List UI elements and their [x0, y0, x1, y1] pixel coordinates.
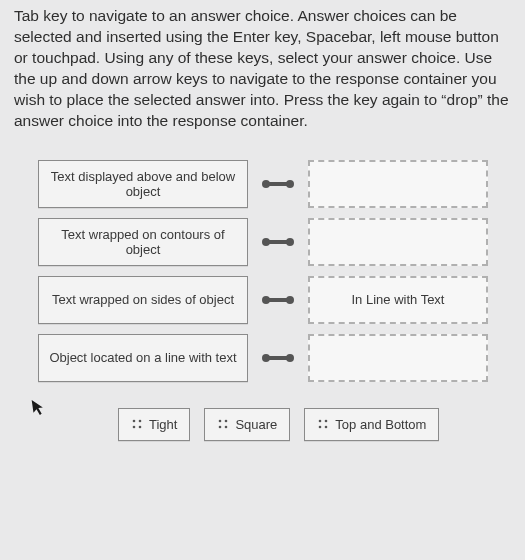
- answer-choice-label: Square: [235, 417, 277, 432]
- svg-point-2: [286, 180, 294, 188]
- match-row: Text wrapped on contours of object: [38, 218, 503, 266]
- svg-rect-10: [268, 356, 288, 360]
- match-row: Object located on a line with text: [38, 334, 503, 382]
- instructions-text: Tab key to navigate to an answer choice.…: [14, 6, 511, 132]
- prompt-label: Text wrapped on contours of object: [38, 218, 248, 266]
- answer-choice-label: Top and Bottom: [335, 417, 426, 432]
- svg-point-23: [325, 426, 328, 429]
- svg-rect-1: [268, 182, 288, 186]
- svg-point-17: [225, 420, 228, 423]
- svg-point-14: [133, 426, 136, 429]
- connector-icon: [260, 177, 296, 191]
- svg-point-22: [319, 426, 322, 429]
- answer-choice-label: Tight: [149, 417, 177, 432]
- grip-icon: [217, 418, 229, 430]
- svg-point-8: [286, 296, 294, 304]
- svg-point-13: [139, 420, 142, 423]
- connector-icon: [260, 235, 296, 249]
- drop-target[interactable]: In Line with Text: [308, 276, 488, 324]
- grip-icon: [317, 418, 329, 430]
- svg-point-16: [219, 420, 222, 423]
- svg-point-12: [133, 420, 136, 423]
- answer-choice[interactable]: Tight: [118, 408, 190, 441]
- svg-rect-4: [268, 240, 288, 244]
- svg-point-18: [219, 426, 222, 429]
- svg-point-11: [286, 354, 294, 362]
- answer-choice-bank: Tight Square Top and Bot: [118, 408, 503, 441]
- drop-target[interactable]: [308, 334, 488, 382]
- answer-choice[interactable]: Square: [204, 408, 290, 441]
- drop-target[interactable]: [308, 218, 488, 266]
- connector-icon: [260, 351, 296, 365]
- svg-rect-7: [268, 298, 288, 302]
- page: Tab key to navigate to an answer choice.…: [0, 0, 525, 455]
- prompt-label: Text wrapped on sides of object: [38, 276, 248, 324]
- answer-choice[interactable]: Top and Bottom: [304, 408, 439, 441]
- prompt-label: Text displayed above and below object: [38, 160, 248, 208]
- svg-point-21: [325, 420, 328, 423]
- svg-point-15: [139, 426, 142, 429]
- svg-point-5: [286, 238, 294, 246]
- cursor-icon: [31, 397, 48, 421]
- prompt-label: Object located on a line with text: [38, 334, 248, 382]
- drop-target[interactable]: [308, 160, 488, 208]
- match-row: Text wrapped on sides of object In Line …: [38, 276, 503, 324]
- connector-icon: [260, 293, 296, 307]
- match-row: Text displayed above and below object: [38, 160, 503, 208]
- svg-point-19: [225, 426, 228, 429]
- grip-icon: [131, 418, 143, 430]
- svg-point-20: [319, 420, 322, 423]
- matching-activity: Text displayed above and below object Te…: [38, 150, 503, 441]
